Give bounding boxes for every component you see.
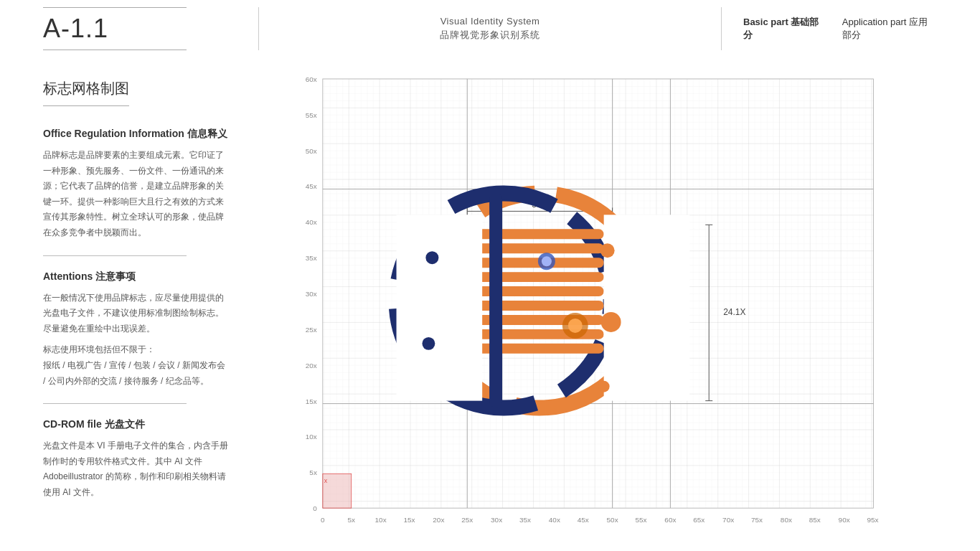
svg-text:10x: 10x [306,433,317,441]
svg-rect-62 [397,215,483,400]
svg-text:50x: 50x [607,516,618,524]
header-left: A-1.1 [43,7,258,50]
info-regulation-title: Office Regulation Information 信息释义 [43,128,230,141]
svg-text:40x: 40x [306,218,317,226]
svg-text:85x: 85x [809,516,821,524]
svg-text:75x: 75x [751,516,763,524]
svg-text:55x: 55x [306,111,317,119]
nav-basic[interactable]: Basic part 基础部分 [743,16,821,42]
svg-text:25x: 25x [306,326,317,334]
svg-text:65x: 65x [693,516,705,524]
right-panel: 60x 55x 50x 45x 40x 35x 30x 25x 20x 15x … [273,57,980,551]
section-title: 标志网格制图 [43,79,129,106]
svg-point-67 [598,381,610,392]
svg-point-68 [425,251,438,264]
svg-text:5x: 5x [309,468,317,476]
svg-text:25x: 25x [461,516,473,524]
svg-text:30x: 30x [306,290,317,298]
grid-svg: 60x 55x 50x 45x 40x 35x 30x 25x 20x 15x … [287,72,966,544]
header-center: Visual Identity System 品牌视觉形象识别系统 [258,7,722,50]
nav-application[interactable]: Application part 应用部分 [842,16,937,42]
svg-text:40x: 40x [549,516,560,524]
header-right: Basic part 基础部分 Application part 应用部分 [722,16,937,42]
svg-text:35x: 35x [519,516,531,524]
info-cdrom-body: 光盘文件是本 VI 手册电子文件的集合，内含手册制作时的专用软件格式文件。其中 … [43,438,230,500]
svg-text:45x: 45x [578,516,589,524]
svg-text:0: 0 [313,504,317,512]
svg-text:10x: 10x [375,516,387,524]
page-id: A-1.1 [43,14,258,44]
svg-text:0: 0 [321,516,325,524]
svg-text:60x: 60x [664,516,676,524]
svg-point-69 [422,337,435,350]
main-content: 标志网格制图 Office Regulation Information 信息释… [0,57,980,551]
svg-rect-63 [604,215,690,400]
svg-text:24.1X: 24.1X [723,307,745,317]
info-cdrom: CD-ROM file 光盘文件 光盘文件是本 VI 手册电子文件的集合，内含手… [43,418,230,500]
svg-text:90x: 90x [839,516,850,524]
svg-text:15x: 15x [403,516,415,524]
grid-container: 60x 55x 50x 45x 40x 35x 30x 25x 20x 15x … [287,72,966,544]
vi-title: Visual Identity System [440,16,540,27]
svg-text:70x: 70x [722,516,734,524]
svg-text:x: x [324,477,328,484]
info-attentions-body2: 标志使用环境包括但不限于： 报纸 / 电视广告 / 宣传 / 包装 / 会议 /… [43,342,230,389]
svg-text:35x: 35x [306,254,317,262]
svg-point-65 [600,243,615,258]
info-cdrom-title: CD-ROM file 光盘文件 [43,418,230,431]
svg-text:20x: 20x [306,362,317,369]
svg-text:30x: 30x [491,516,502,524]
svg-point-71 [542,256,552,266]
svg-text:55x: 55x [635,516,646,524]
svg-text:20x: 20x [433,516,444,524]
left-panel: 标志网格制图 Office Regulation Information 信息释… [0,57,273,551]
svg-text:80x: 80x [781,516,792,524]
info-regulation: Office Regulation Information 信息释义 品牌标志是… [43,128,230,241]
section-divider-2 [43,403,187,404]
svg-text:45x: 45x [306,183,317,191]
header: A-1.1 Visual Identity System 品牌视觉形象识别系统 … [0,0,980,57]
section-divider-1 [43,255,187,256]
svg-text:15x: 15x [306,397,317,405]
svg-text:5x: 5x [347,516,355,524]
svg-rect-64 [489,193,502,408]
svg-text:95x: 95x [867,516,878,524]
svg-text:60x: 60x [306,75,317,83]
vi-subtitle: 品牌视觉形象识别系统 [440,29,540,42]
info-regulation-body: 品牌标志是品牌要素的主要组成元素。它印证了一种形象、预先服务、一份文件、一份通讯… [43,148,230,241]
info-attentions-title: Attentions 注意事项 [43,270,230,283]
svg-point-73 [568,319,583,333]
svg-text:50x: 50x [306,147,317,155]
info-attentions: Attentions 注意事项 在一般情况下使用品牌标志，应尽量使用提供的光盘电… [43,270,230,390]
info-attentions-body1: 在一般情况下使用品牌标志，应尽量使用提供的光盘电子文件，不建议使用标准制图绘制标… [43,291,230,337]
svg-point-66 [601,312,621,332]
